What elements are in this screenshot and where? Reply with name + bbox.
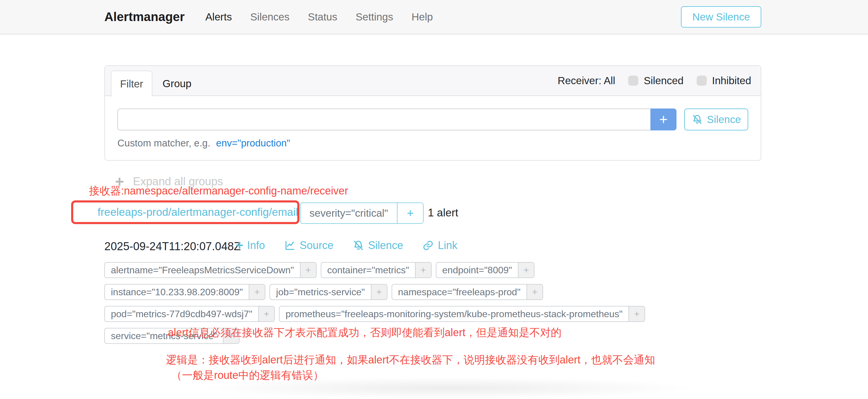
info-label: Info [247, 239, 265, 252]
label-add-filter-button[interactable]: + [518, 263, 534, 277]
label-tag-namespace: namespace="freeleaps-prod" + [392, 284, 543, 300]
label-text: endpoint="8009" [436, 263, 518, 277]
silenced-checkbox[interactable] [628, 75, 638, 86]
bell-slash-icon [692, 114, 703, 125]
label-tag-prometheus: prometheus="freeleaps-monitoring-system/… [279, 306, 645, 322]
label-tag-job: job="metrics-service" + [270, 284, 387, 300]
inhibited-toggle-group: Inhibited [696, 75, 751, 87]
info-link[interactable]: + Info [236, 239, 265, 252]
bell-slash-icon [352, 240, 364, 251]
receiver-group-toggle[interactable]: freeleaps-prod/alertmanager-config/email [97, 206, 298, 218]
app-brand[interactable]: Alertmanager [104, 10, 185, 24]
matcher-input-group: + [117, 109, 677, 130]
label-add-filter-button[interactable]: + [258, 307, 274, 321]
label-tag-instance: instance="10.233.98.209:8009" + [104, 284, 265, 300]
group-key-label: severity="critical" [301, 203, 397, 223]
group-key-add-button[interactable]: + [397, 203, 423, 223]
label-text: instance="10.233.98.209:8009" [105, 284, 249, 299]
nav-links: Alerts Silences Status Settings Help [206, 11, 433, 23]
annotation-receiver-note: 接收器:namespace/altermanager-config-name/r… [89, 184, 348, 198]
label-add-filter-button[interactable]: + [415, 263, 431, 277]
matcher-hint: Custom matcher, e.g. env="production" [117, 137, 748, 149]
label-tag-container: container="metrics" + [321, 262, 432, 278]
tab-filter[interactable]: Filter [111, 70, 152, 97]
silence-alert-link[interactable]: Silence [352, 239, 403, 252]
bottom-shadow-decoration [196, 377, 700, 399]
source-label: Source [300, 239, 334, 252]
filter-panel: Filter Group Receiver: All Silenced Inhi… [104, 65, 761, 161]
alert-groups-section: + Expand all groups 接收器:namespace/alterm… [0, 161, 868, 399]
receiver-filter[interactable]: Receiver: All [558, 75, 615, 87]
label-text: prometheus="freeleaps-monitoring-system/… [280, 307, 628, 321]
label-tag-endpoint: endpoint="8009" + [436, 262, 534, 278]
label-text: namespace="freeleaps-prod" [392, 284, 526, 299]
group-key-chip: severity="critical" + [300, 203, 424, 224]
alert-count: 1 alert [428, 207, 458, 219]
matcher-input[interactable] [117, 109, 650, 130]
link-label: Link [438, 239, 458, 252]
nav-item-settings[interactable]: Settings [356, 11, 393, 23]
new-silence-button[interactable]: New Silence [681, 6, 761, 28]
receiver-group-highlight-box: freeleaps-prod/alertmanager-config/email [71, 201, 300, 224]
matcher-example-link[interactable]: env="production" [216, 137, 290, 149]
matcher-hint-text: Custom matcher, e.g. [117, 137, 211, 149]
top-navbar: Alertmanager Alerts Silences Status Sett… [0, 0, 868, 34]
silenced-toggle-group: Silenced [628, 75, 683, 87]
silence-filter-button[interactable]: Silence [684, 109, 748, 130]
label-text: pod="metrics-77d9cdb497-wdsj7" [105, 307, 258, 321]
alert-timestamp: 2025-09-24T11:20:07.048Z [104, 240, 241, 253]
nav-item-help[interactable]: Help [411, 11, 433, 23]
label-text: container="metrics" [321, 263, 415, 277]
nav-item-silences[interactable]: Silences [250, 11, 289, 23]
chart-line-icon [284, 240, 296, 251]
label-tag-pod: pod="metrics-77d9cdb497-wdsj7" + [104, 306, 275, 322]
inhibited-checkbox[interactable] [696, 75, 707, 86]
alert-actions: + Info Source Silence [236, 239, 458, 252]
silence-filter-label: Silence [707, 114, 741, 125]
annotation-logic-note-1: 逻辑是：接收器收到alert后进行通知，如果alert不在接收器下，说明接收器没… [166, 353, 655, 367]
label-text: job="metrics-service" [270, 284, 371, 299]
add-matcher-button[interactable]: + [650, 109, 677, 130]
inhibited-label: Inhibited [712, 75, 751, 87]
label-add-filter-button[interactable]: + [371, 284, 387, 299]
link-icon [422, 240, 434, 251]
annotation-config-note: alert信息必须在接收器下才表示配置成功，否则即使能看到alert，但是通知是… [168, 326, 561, 340]
matcher-row: + Silence [117, 109, 748, 130]
source-link[interactable]: Source [284, 239, 334, 252]
silence-alert-label: Silence [368, 239, 403, 252]
nav-item-status[interactable]: Status [308, 11, 337, 23]
filter-panel-header: Filter Group Receiver: All Silenced Inhi… [105, 66, 761, 96]
label-add-filter-button[interactable]: + [300, 263, 316, 277]
filter-header-controls: Receiver: All Silenced Inhibited [558, 66, 751, 95]
label-add-filter-button[interactable]: + [526, 284, 542, 299]
nav-item-alerts[interactable]: Alerts [206, 11, 232, 23]
silenced-label: Silenced [644, 75, 683, 87]
label-text: alertname="FreeleapsMetricsServiceDown" [105, 263, 300, 277]
filter-panel-body: + Silence Custom matcher, e.g. env="prod… [105, 96, 761, 160]
generator-link[interactable]: Link [422, 239, 458, 252]
label-add-filter-button[interactable]: + [249, 284, 265, 299]
label-add-filter-button[interactable]: + [628, 307, 645, 321]
tab-group[interactable]: Group [158, 70, 196, 97]
label-tag-alertname: alertname="FreeleapsMetricsServiceDown" … [104, 262, 317, 278]
plus-icon: + [236, 239, 243, 252]
